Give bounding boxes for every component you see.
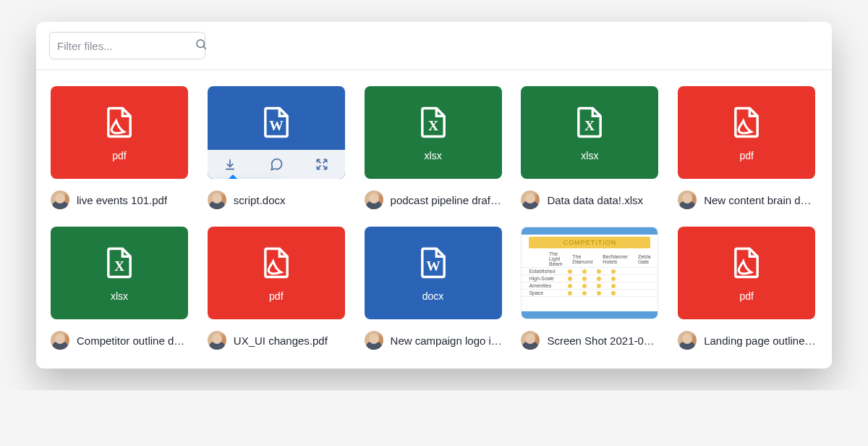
docx-file-icon: W bbox=[414, 244, 452, 285]
avatar bbox=[521, 190, 540, 209]
file-extension-label: pdf bbox=[269, 290, 283, 302]
svg-line-1 bbox=[203, 46, 205, 49]
file-card[interactable]: WdocxDownloadscript.docx bbox=[208, 86, 347, 209]
file-thumbnail[interactable]: pdf bbox=[678, 86, 815, 179]
file-thumbnail[interactable]: pdf bbox=[208, 227, 345, 319]
avatar bbox=[365, 190, 383, 209]
file-card[interactable]: XxlsxCompetitor outline doc.xlsx bbox=[51, 227, 190, 350]
file-name-label: New campaign logo ideas.docx bbox=[391, 334, 503, 347]
pdf-file-icon bbox=[258, 244, 295, 285]
competition-thumbnail: COMPETITIONThe Light BeamThe DiamondBedV… bbox=[522, 227, 658, 319]
file-name-label: podcast pipeline draft.xlsx bbox=[391, 194, 503, 206]
file-name-label: Screen Shot 2021-03… bbox=[547, 334, 659, 347]
svg-text:X: X bbox=[428, 118, 438, 133]
svg-text:W: W bbox=[426, 258, 441, 274]
file-thumbnail[interactable]: Wdocx bbox=[365, 227, 502, 319]
file-meta: UX_UI changes.pdf bbox=[208, 331, 347, 350]
avatar bbox=[678, 190, 697, 209]
file-card[interactable]: Xxlsxpodcast pipeline draft.xlsx bbox=[365, 86, 504, 209]
comment-button[interactable] bbox=[262, 150, 291, 179]
svg-text:X: X bbox=[584, 118, 595, 133]
file-name-label: New content brain dump.pdf bbox=[704, 194, 816, 206]
xlsx-file-icon: X bbox=[571, 104, 608, 144]
file-hover-toolbar: Download bbox=[208, 150, 345, 179]
file-thumbnail[interactable]: WdocxDownload bbox=[208, 86, 345, 179]
file-extension-label: pdf bbox=[739, 150, 753, 161]
file-name-label: Landing page outline.pdf bbox=[704, 334, 816, 347]
file-name-label: Data data data!.xlsx bbox=[547, 194, 643, 206]
file-thumbnail[interactable]: pdf bbox=[678, 227, 815, 319]
file-card[interactable]: XxlsxData data data!.xlsx bbox=[521, 86, 660, 209]
file-card[interactable]: pdfUX_UI changes.pdf bbox=[208, 227, 347, 350]
avatar bbox=[51, 331, 69, 350]
search-input-wrap[interactable] bbox=[49, 32, 205, 59]
files-panel: pdflive events 101.pdfWdocxDownloadscrip… bbox=[36, 22, 832, 369]
xlsx-file-icon: X bbox=[414, 104, 452, 144]
file-extension-label: xlsx bbox=[425, 150, 442, 161]
file-meta: podcast pipeline draft.xlsx bbox=[365, 190, 504, 209]
file-thumbnail[interactable]: Xxlsx bbox=[365, 86, 502, 179]
file-extension-label: pdf bbox=[739, 290, 753, 302]
file-meta: Data data data!.xlsx bbox=[521, 190, 660, 209]
download-button[interactable]: Download bbox=[216, 150, 244, 179]
search-input[interactable] bbox=[57, 40, 195, 52]
pdf-file-icon bbox=[728, 244, 765, 285]
file-extension-label: docx bbox=[422, 290, 444, 302]
expand-button[interactable] bbox=[307, 150, 336, 179]
file-card[interactable]: pdfLanding page outline.pdf bbox=[678, 227, 817, 350]
file-meta: Screen Shot 2021-03… bbox=[521, 331, 660, 350]
file-name-label: live events 101.pdf bbox=[77, 194, 167, 206]
file-card[interactable]: COMPETITIONThe Light BeamThe DiamondBedV… bbox=[521, 227, 660, 350]
file-thumbnail[interactable]: COMPETITIONThe Light BeamThe DiamondBedV… bbox=[521, 227, 658, 319]
search-bar bbox=[36, 22, 832, 70]
files-grid: pdflive events 101.pdfWdocxDownloadscrip… bbox=[36, 70, 832, 369]
file-thumbnail[interactable]: Xxlsx bbox=[51, 227, 188, 319]
file-name-label: Competitor outline doc.xlsx bbox=[77, 334, 189, 347]
file-card[interactable]: WdocxNew campaign logo ideas.docx bbox=[365, 227, 504, 350]
avatar bbox=[51, 190, 69, 209]
avatar bbox=[208, 190, 226, 209]
avatar bbox=[521, 331, 540, 350]
file-meta: script.docx bbox=[208, 190, 347, 209]
avatar bbox=[208, 331, 226, 350]
file-meta: New campaign logo ideas.docx bbox=[365, 331, 504, 350]
file-extension-label: pdf bbox=[112, 150, 126, 161]
file-card[interactable]: pdflive events 101.pdf bbox=[51, 86, 190, 209]
search-icon[interactable] bbox=[195, 38, 208, 54]
pdf-file-icon bbox=[728, 104, 765, 144]
file-name-label: UX_UI changes.pdf bbox=[234, 334, 328, 347]
file-name-label: script.docx bbox=[234, 194, 286, 206]
file-meta: New content brain dump.pdf bbox=[678, 190, 817, 209]
file-extension-label: xlsx bbox=[581, 150, 598, 161]
svg-text:W: W bbox=[269, 118, 284, 133]
avatar bbox=[365, 331, 383, 350]
svg-text:X: X bbox=[114, 258, 124, 274]
xlsx-file-icon: X bbox=[101, 244, 138, 285]
file-card[interactable]: pdfNew content brain dump.pdf bbox=[678, 86, 817, 209]
svg-point-0 bbox=[197, 40, 205, 48]
avatar bbox=[678, 331, 697, 350]
file-meta: Landing page outline.pdf bbox=[678, 331, 817, 350]
pdf-file-icon bbox=[101, 104, 138, 144]
docx-file-icon: W bbox=[258, 104, 295, 144]
file-meta: live events 101.pdf bbox=[51, 190, 190, 209]
file-thumbnail[interactable]: pdf bbox=[51, 86, 188, 179]
file-meta: Competitor outline doc.xlsx bbox=[51, 331, 190, 350]
file-extension-label: xlsx bbox=[111, 290, 128, 302]
file-thumbnail[interactable]: Xxlsx bbox=[521, 86, 658, 179]
